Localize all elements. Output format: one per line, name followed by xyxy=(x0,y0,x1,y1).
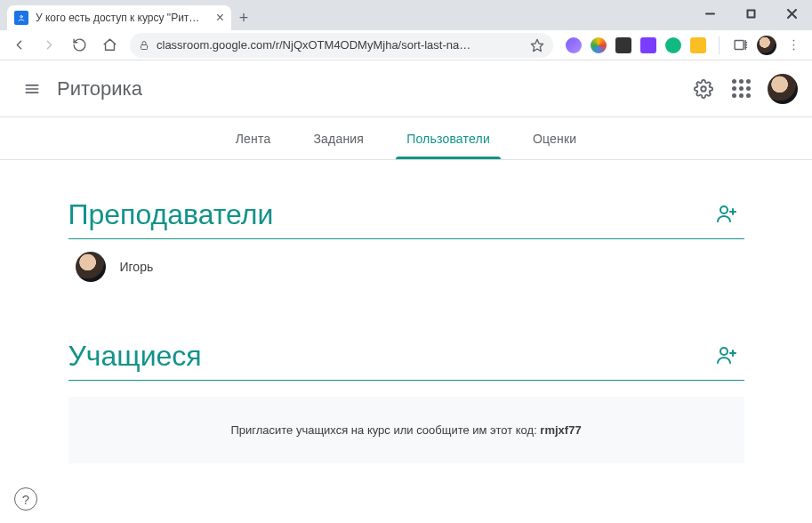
divider xyxy=(719,36,720,54)
tab-grades[interactable]: Оценки xyxy=(511,117,598,159)
star-icon[interactable] xyxy=(530,38,544,52)
url-text: classroom.google.com/r/NjQxOTM4ODMyMjha/… xyxy=(157,38,470,52)
avatar xyxy=(76,252,106,282)
account-avatar[interactable] xyxy=(768,74,798,104)
svg-marker-6 xyxy=(531,39,543,51)
class-title: Риторика xyxy=(57,77,142,101)
teacher-row: Игорь xyxy=(68,239,744,294)
classroom-favicon-icon xyxy=(14,11,28,25)
reload-button[interactable] xyxy=(66,32,92,59)
teachers-title: Преподаватели xyxy=(68,198,274,231)
students-empty-state: Пригласите учащихся на курс или сообщите… xyxy=(68,397,744,463)
tab-people[interactable]: Пользователи xyxy=(385,117,511,159)
svg-rect-7 xyxy=(735,41,744,50)
browser-titlebar: У кого есть доступ к курсу "Рит… × + xyxy=(0,0,812,30)
profile-avatar[interactable] xyxy=(757,36,776,55)
add-teacher-button[interactable] xyxy=(709,196,744,231)
menu-icon[interactable] xyxy=(780,32,807,59)
class-code: rmjxf77 xyxy=(540,423,581,437)
browser-tab[interactable]: У кого есть доступ к курсу "Рит… × xyxy=(7,5,231,30)
svg-point-13 xyxy=(792,44,794,46)
forward-button[interactable] xyxy=(36,32,62,59)
svg-point-14 xyxy=(792,49,794,51)
extension-icon[interactable] xyxy=(566,37,582,53)
svg-rect-2 xyxy=(747,10,754,17)
apps-button[interactable] xyxy=(730,78,752,100)
extension-icon[interactable] xyxy=(615,37,631,53)
close-icon[interactable]: × xyxy=(216,11,224,25)
browser-toolbar: classroom.google.com/r/NjQxOTM4ODMyMjha/… xyxy=(0,30,812,60)
minimize-button[interactable] xyxy=(689,0,730,27)
content-area: Преподаватели Игорь Учащиеся Пригласите … xyxy=(0,160,812,523)
students-title: Учащиеся xyxy=(68,340,202,373)
svg-point-22 xyxy=(720,348,728,355)
close-window-button[interactable] xyxy=(771,0,812,27)
svg-point-0 xyxy=(20,16,23,19)
media-icon[interactable] xyxy=(727,32,753,59)
lock-icon xyxy=(139,39,149,52)
class-tabs: Лента Задания Пользователи Оценки xyxy=(0,117,812,160)
back-button[interactable] xyxy=(5,32,32,59)
app-header: Риторика xyxy=(0,60,812,117)
extension-icon[interactable] xyxy=(640,37,656,53)
invite-text: Пригласите учащихся на курс или сообщите… xyxy=(230,423,540,437)
maximize-button[interactable] xyxy=(730,0,771,27)
tab-classwork[interactable]: Задания xyxy=(292,117,385,159)
svg-point-18 xyxy=(701,86,706,92)
help-button[interactable]: ? xyxy=(14,487,37,511)
tab-stream[interactable]: Лента xyxy=(214,117,293,159)
home-button[interactable] xyxy=(96,32,123,59)
settings-button[interactable] xyxy=(693,78,714,100)
window-controls xyxy=(689,0,812,27)
menu-button[interactable] xyxy=(14,71,50,107)
students-section: Учащиеся Пригласите учащихся на курс или… xyxy=(68,337,744,463)
extensions xyxy=(560,37,712,53)
svg-point-12 xyxy=(792,40,794,42)
svg-point-19 xyxy=(720,206,728,213)
svg-rect-5 xyxy=(141,44,148,49)
teacher-name: Игорь xyxy=(120,260,154,274)
address-bar[interactable]: classroom.google.com/r/NjQxOTM4ODMyMjha/… xyxy=(130,33,553,58)
extension-icon[interactable] xyxy=(690,37,706,53)
tab-title: У кого есть доступ к курсу "Рит… xyxy=(36,12,209,24)
teachers-section: Преподаватели Игорь xyxy=(68,196,744,294)
extension-icon[interactable] xyxy=(665,37,681,53)
add-student-button[interactable] xyxy=(709,337,744,373)
extension-icon[interactable] xyxy=(591,37,607,53)
new-tab-button[interactable]: + xyxy=(231,5,256,30)
